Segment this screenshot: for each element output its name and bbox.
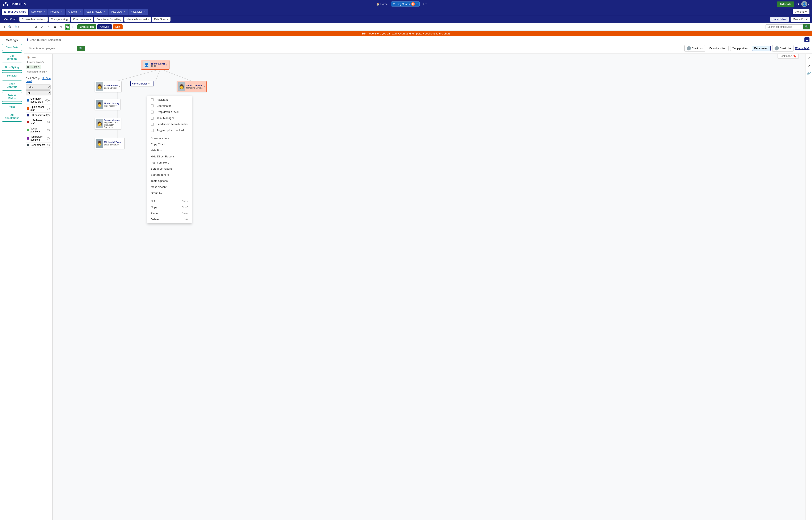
refresh-icon[interactable]: ↺	[33, 24, 39, 30]
manage-bookmarks-button[interactable]: Manage bookmarks	[124, 17, 151, 22]
box-type-department[interactable]: Department	[752, 46, 771, 51]
ctx-delete[interactable]: Delete DEL	[147, 216, 192, 223]
chart-tab-hr[interactable]: HR Team ✎	[26, 65, 41, 69]
ctx-drop-down-level[interactable]: Drop down a level	[147, 109, 192, 115]
user-menu[interactable]: 👤 ▾	[801, 1, 810, 7]
tab-vacancies[interactable]: Vacancies ✕	[128, 9, 148, 15]
harry-menu-icon[interactable]: ▾	[148, 83, 150, 85]
change-styling-button[interactable]: Change styling	[49, 17, 70, 22]
conditional-formatting-button[interactable]: Conditional formatting	[94, 17, 123, 22]
bookmarks-tab[interactable]: Bookmarks 🔖	[778, 54, 798, 59]
ctx-team-options[interactable]: Team Options	[147, 178, 192, 184]
home-link[interactable]: 🏠 Home	[376, 2, 388, 6]
manual-excel-button[interactable]: Manual/Excel	[791, 17, 810, 22]
tab-map-view[interactable]: Map View ✕	[108, 9, 128, 15]
edit-icon[interactable]: ✎	[24, 2, 26, 5]
link-sidebar-icon[interactable]: 🔗	[806, 71, 812, 76]
ctx-paste[interactable]: Paste Ctrl+V	[147, 210, 192, 216]
rules-button[interactable]: Rules	[2, 103, 22, 110]
close-tab-icon[interactable]: ✕	[124, 10, 126, 13]
org-node-tina[interactable]: 👩 Tina O'Connor Marketing Director ▾	[177, 81, 207, 92]
tab-your-org-chart[interactable]: ⊞ Your Org Chart	[2, 9, 28, 15]
close-tab-icon[interactable]: ✕	[144, 10, 146, 13]
ctx-plan-from-here[interactable]: Plan from Here	[147, 159, 192, 166]
actions-button[interactable]: Actions ▾	[793, 9, 810, 14]
ctx-joint-manager[interactable]: Joint Manager	[147, 115, 192, 121]
org-node-noah[interactable]: 👨 Noah Lindsey Risk Assessor	[95, 99, 121, 110]
ctx-toggle-upload[interactable]: Toggle Upload Locked	[147, 127, 192, 133]
left-arrow-icon[interactable]: ←	[21, 24, 26, 30]
ctx-hide-box[interactable]: Hide Box	[147, 147, 192, 153]
choose-box-button[interactable]: Choose box contents	[19, 17, 48, 22]
ctx-sort-direct[interactable]: Sort direct reports	[147, 166, 192, 172]
builder-up-button[interactable]: ▲	[805, 37, 810, 42]
view-chart-button[interactable]: View Chart	[2, 17, 19, 22]
box-type-temp[interactable]: Temp position	[730, 46, 751, 51]
comment-icon[interactable]: 💬	[65, 24, 70, 30]
filter-item-spain[interactable]: Spain based staff (0)	[26, 104, 51, 113]
ctx-coordinator[interactable]: Coordinator	[147, 103, 192, 109]
ctx-hide-direct[interactable]: Hide Direct Reports	[147, 153, 192, 159]
search-button-top[interactable]: 🔍	[803, 24, 810, 29]
chart-behaviour-button[interactable]: Chart behaviour	[71, 17, 93, 22]
chart-controls-button[interactable]: ChartControls	[2, 80, 22, 90]
expand-icon[interactable]: ⤢	[40, 24, 45, 30]
org-node-michael[interactable]: 👨 Michael O'Conn... Legal Secretary	[95, 138, 125, 149]
tab-overview[interactable]: Overview ✕	[29, 9, 48, 15]
ctx-copy-chart[interactable]: Copy Chart	[147, 141, 192, 147]
edit-button[interactable]: Edit	[113, 24, 123, 29]
whats-this-link[interactable]: Whats this?	[795, 47, 810, 50]
org-charts-btn[interactable]: ⊞ Org Charts 15 ▾	[391, 1, 420, 6]
filter-item-usa[interactable]: USA based staff (2)	[26, 118, 51, 126]
tab-reports[interactable]: Reports ✕	[48, 9, 65, 15]
box-type-chart-box[interactable]: Chart box	[684, 45, 705, 52]
employee-search-button[interactable]: 🔍	[77, 46, 85, 51]
data-fields-button[interactable]: Data &Fields	[2, 92, 22, 102]
tina-menu-icon[interactable]: ▾	[204, 85, 205, 88]
tab-analysis[interactable]: Analysis ✕	[66, 9, 83, 15]
chart-tab-home[interactable]: 🏠 Home	[26, 55, 38, 59]
help-link[interactable]: ? ▾	[423, 2, 427, 6]
ctx-leadership[interactable]: Leadership Team Member	[147, 121, 192, 127]
tutorials-button[interactable]: Tutorials	[777, 1, 794, 7]
share-icon[interactable]: ↗	[806, 63, 812, 69]
ctx-assistant[interactable]: Assistant	[147, 97, 192, 103]
filter-item-germany[interactable]: Germany based staff (6) ▶	[26, 96, 51, 104]
close-tab-icon[interactable]: ✕	[43, 10, 45, 13]
right-arrow-icon[interactable]: →	[27, 24, 32, 30]
org-node-ceo[interactable]: 👤 Nicholas HR CEO ▾	[141, 60, 170, 70]
tab-staff-directory[interactable]: Staff Directory ✕	[84, 9, 108, 15]
filter-item-uk[interactable]: UK based staff (0)	[26, 113, 51, 118]
filter-dropdown[interactable]: Filter	[26, 84, 51, 89]
zoom-out-icon[interactable]: 🔍−	[8, 24, 14, 30]
filter-item-vacant[interactable]: Vacant positions (0)	[26, 126, 51, 134]
ctx-cut[interactable]: Cut Ctrl+X	[147, 198, 192, 204]
zoom-in-icon[interactable]: 🔍+	[14, 24, 20, 30]
analysis-button[interactable]: Analysis	[97, 24, 112, 30]
box-contents-button[interactable]: Boxcontents	[2, 52, 22, 62]
ctx-group-by[interactable]: Group by...	[147, 190, 192, 196]
pencil-icon[interactable]: ✎	[58, 24, 64, 30]
ctx-bookmark[interactable]: Bookmark here	[147, 135, 192, 141]
cursor-icon[interactable]: ↖	[46, 24, 51, 30]
filter-item-departments[interactable]: Departments (0)	[26, 142, 51, 148]
chart-tab-finance[interactable]: Finance Team ✎	[26, 60, 45, 64]
org-node-harry[interactable]: Harry Maxwell ▾	[130, 81, 153, 86]
back-to-top-link[interactable]: Back To Top	[26, 77, 40, 80]
search-input-top[interactable]	[765, 24, 803, 29]
help-sidebar-icon[interactable]: ?	[806, 55, 812, 61]
employee-search-input[interactable]	[27, 46, 77, 51]
all-annotations-button[interactable]: AllAnnotations	[2, 112, 22, 122]
ctx-make-vacant[interactable]: Make Vacant	[147, 184, 192, 190]
box-type-chart-link[interactable]: Chart Link	[772, 45, 793, 52]
create-plan-button[interactable]: Create Plan	[77, 24, 96, 29]
chart-tab-operations[interactable]: Operations Team ✎	[26, 70, 49, 74]
select-icon[interactable]: ▣	[52, 24, 58, 30]
filter-item-temp[interactable]: Temporary positions (0)	[26, 134, 51, 142]
unpublished-button[interactable]: Unpublished	[770, 17, 789, 22]
close-tab-icon[interactable]: ✕	[79, 10, 81, 13]
ctx-start-from-here[interactable]: Start from here	[147, 172, 192, 178]
org-node-claire[interactable]: 👩 Claire Foster Legal Director ▾	[95, 81, 122, 92]
ceo-menu-icon[interactable]: ▾	[166, 64, 167, 66]
ctx-copy[interactable]: Copy Ctrl+C	[147, 204, 192, 210]
